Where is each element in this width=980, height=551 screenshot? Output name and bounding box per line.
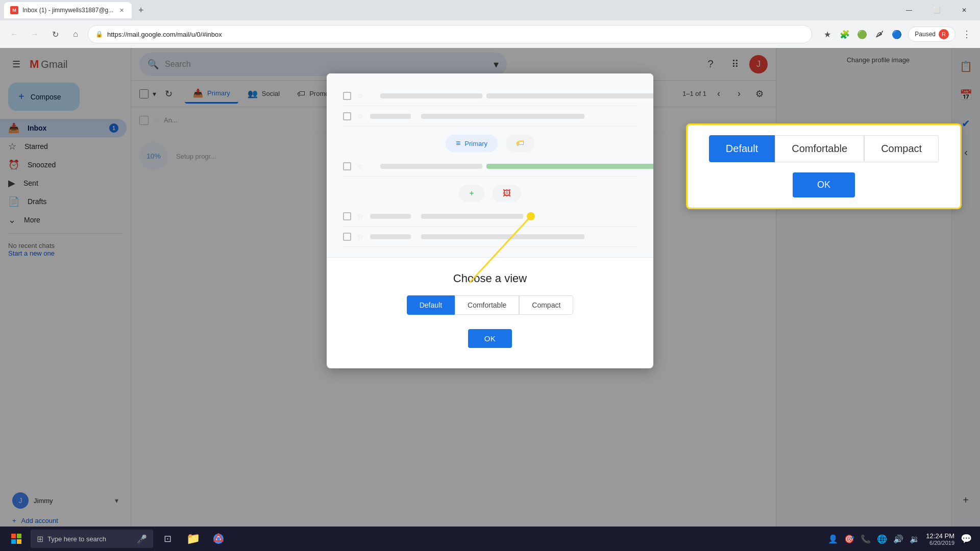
clock[interactable]: 12:24 PM 6/20/2019	[926, 532, 954, 546]
lock-icon: 🔒	[95, 31, 103, 38]
taskbar-search-icon: ⊞	[37, 534, 43, 544]
preview-star-5: ☆	[357, 233, 364, 241]
preview-star-3: ☆	[357, 162, 364, 170]
taskbar: ⊞ Type here to search 🎤 ⊡ 📁 👤 🎯 📞 🌐 🔊 🔉 …	[0, 527, 980, 551]
start-button[interactable]	[4, 527, 29, 551]
volume-icon[interactable]: 🔉	[910, 534, 920, 544]
callout-option-default[interactable]: Default	[709, 135, 775, 162]
taskbar-app-task-view[interactable]: ⊡	[155, 527, 180, 551]
preview-bar-snippet-1	[380, 93, 482, 98]
address-bar[interactable]: 🔒 https://mail.google.com/mail/u/0/#inbo…	[88, 25, 812, 43]
browser-toolbar-icons: ★ 🧩 🟢 🌶 🔵	[820, 27, 904, 41]
url-text: https://mail.google.com/mail/u/0/#inbox	[107, 31, 804, 38]
preview-checkbox-1	[343, 92, 351, 100]
callout-ok-button[interactable]: OK	[793, 172, 855, 197]
preview-checkbox-5	[343, 233, 351, 241]
preview-checkbox-4	[343, 212, 351, 220]
dialog-tab-icons: ≡ Primary 🏷	[343, 135, 637, 152]
view-option-default[interactable]: Default	[407, 295, 455, 315]
browser-more-button[interactable]: ⋮	[960, 27, 974, 41]
ext-icon-3[interactable]: 🌶	[872, 27, 887, 41]
svg-rect-2	[11, 534, 16, 538]
ext-icon-2[interactable]: 🟢	[855, 27, 869, 41]
view-option-comfortable[interactable]: Comfortable	[455, 295, 519, 315]
tab-title: Inbox (1) - jimmywells31887@g...	[22, 7, 113, 14]
app-container: ☰ M Gmail + Compose 📥 Inbox 1 ☆ Starred …	[0, 48, 980, 551]
choose-view-dialog: ☆ ☆ ≡	[327, 73, 653, 368]
taskbar-search-text: Type here to search	[47, 535, 106, 543]
choose-view-title: Choose a view	[327, 272, 653, 285]
dialog-ok-button[interactable]: OK	[468, 329, 512, 348]
windows-logo-icon	[11, 534, 21, 544]
new-tab-button[interactable]: +	[134, 3, 148, 17]
bookmark-icon[interactable]: ★	[820, 27, 835, 41]
clock-date: 6/20/2019	[926, 540, 954, 546]
dialog-tab-chip-2-2[interactable]: 🖼	[493, 185, 521, 202]
phone-icon[interactable]: 📞	[861, 534, 871, 544]
svg-rect-3	[17, 534, 21, 538]
preview-row-5: ☆	[343, 227, 637, 247]
maximize-button[interactable]: ⬜	[925, 2, 948, 18]
preview-checkbox-3	[343, 162, 351, 170]
callout-option-comfortable[interactable]: Comfortable	[775, 135, 864, 162]
back-button[interactable]: ←	[6, 26, 22, 42]
preview-row-4: ☆	[343, 206, 637, 227]
taskbar-icon-2[interactable]: 🎯	[844, 534, 854, 544]
taskbar-app-chrome[interactable]	[206, 527, 231, 551]
tab-favicon: M	[10, 6, 18, 14]
preview-row-2: ☆	[343, 106, 637, 127]
browser-chrome: M Inbox (1) - jimmywells31887@g... ✕ + —…	[0, 0, 980, 48]
preview-bar-sender-4	[370, 214, 411, 219]
preview-bar-sender-5	[370, 234, 411, 239]
callout-ok: OK	[700, 172, 948, 197]
minimize-button[interactable]: —	[897, 2, 921, 18]
reload-button[interactable]: ↻	[47, 26, 63, 42]
preview-bar-long-1	[486, 93, 653, 98]
preview-star-2: ☆	[357, 112, 364, 120]
preview-star-1: ☆	[357, 92, 364, 100]
home-button[interactable]: ⌂	[67, 26, 84, 42]
taskbar-app-files[interactable]: 📁	[181, 527, 205, 551]
taskbar-apps: ⊡ 📁	[155, 527, 231, 551]
chip-icon-2-2: 🖼	[503, 189, 511, 198]
taskbar-mic-icon[interactable]: 🎤	[137, 534, 147, 544]
chip-primary-label: Primary	[464, 140, 487, 147]
close-button[interactable]: ✕	[952, 2, 976, 18]
clock-time: 12:24 PM	[926, 532, 954, 540]
taskbar-right: 👤 🎯 📞 🌐 🔊 🔉 12:24 PM 6/20/2019 💬	[828, 532, 976, 546]
dialog-tab-icons-2: + 🖼	[343, 185, 637, 202]
browser-titlebar: M Inbox (1) - jimmywells31887@g... ✕ + —…	[0, 0, 980, 20]
preview-star-4: ☆	[357, 212, 364, 220]
paused-sync-button[interactable]: Paused R	[908, 27, 955, 42]
callout-box: Default Comfortable Compact OK	[686, 123, 962, 209]
paused-label: Paused	[915, 31, 936, 38]
wifi-icon[interactable]: 🔊	[893, 534, 903, 544]
people-icon[interactable]: 🌐	[877, 534, 887, 544]
notification-icon[interactable]: 💬	[961, 533, 972, 544]
chip-icon-2-1: +	[469, 189, 474, 198]
preview-bar-snippet-5	[421, 234, 584, 239]
dialog-tab-chip-social[interactable]: 🏷	[506, 135, 534, 152]
paused-avatar: R	[939, 29, 949, 39]
browser-toolbar: ← → ↻ ⌂ 🔒 https://mail.google.com/mail/u…	[0, 20, 980, 48]
ext-icon-1[interactable]: 🧩	[838, 27, 852, 41]
forward-button[interactable]: →	[27, 26, 43, 42]
svg-rect-5	[17, 539, 21, 544]
view-option-compact[interactable]: Compact	[519, 295, 573, 315]
taskbar-search-box[interactable]: ⊞ Type here to search 🎤	[31, 530, 153, 548]
dialog-tab-chip-primary[interactable]: ≡ Primary	[446, 135, 498, 152]
svg-point-8	[217, 537, 220, 541]
window-controls: — ⬜ ✕	[897, 2, 976, 18]
chip-primary-icon: ≡	[456, 139, 460, 148]
network-icon[interactable]: 👤	[828, 534, 838, 544]
ok-button-wrap: OK	[327, 329, 653, 348]
chip-social-icon: 🏷	[516, 139, 524, 148]
callout-option-compact[interactable]: Compact	[864, 135, 939, 162]
browser-tab[interactable]: M Inbox (1) - jimmywells31887@g... ✕	[4, 2, 132, 18]
tab-close-button[interactable]: ✕	[117, 6, 126, 14]
preview-checkbox-2	[343, 112, 351, 120]
ext-icon-4[interactable]: 🔵	[890, 27, 904, 41]
dialog-tab-chip-2-1[interactable]: +	[459, 185, 484, 202]
preview-bar-long-3	[486, 164, 653, 169]
preview-bar-snippet-3	[380, 164, 482, 169]
